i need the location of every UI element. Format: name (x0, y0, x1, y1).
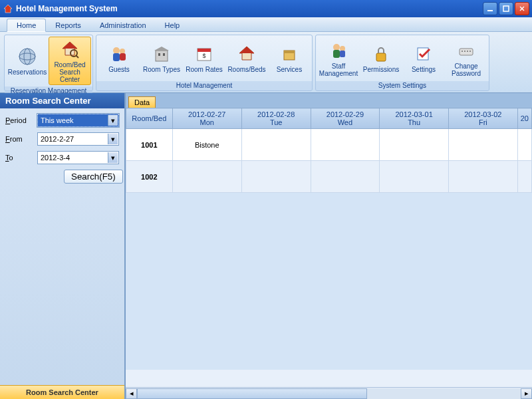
period-dropdown[interactable]: This week ▾ (37, 114, 119, 127)
scroll-thumb[interactable] (137, 388, 367, 399)
menu-tab-help[interactable]: Help (156, 19, 190, 31)
tab-data[interactable]: Data (128, 96, 156, 108)
globe-icon (17, 46, 38, 67)
row-room[interactable]: 1001 (126, 129, 173, 161)
ribbon-rooms-beds[interactable]: Rooms/Beds (225, 37, 268, 80)
from-dropdown[interactable]: 2012-2-27 ▾ (37, 132, 119, 146)
col-day-partial[interactable]: 20 (517, 108, 531, 129)
calendar-rate-icon: $ (194, 43, 215, 65)
chevron-down-icon: ▾ (108, 152, 118, 163)
col-day[interactable]: 2012-02-29Wed (311, 108, 380, 129)
chevron-down-icon: ▾ (108, 134, 118, 144)
ribbon-group-label: Hotel Management (96, 81, 312, 90)
menu-bar: Home Reports Administration Help (0, 17, 532, 32)
ribbon-group-reservation: Reservations Room/Bed Search Center Rese… (4, 35, 93, 91)
grid-cell[interactable] (311, 129, 380, 161)
ribbon-label: Change Password (447, 63, 485, 77)
svg-rect-13 (113, 53, 120, 61)
ribbon-group-label: System Settings (316, 81, 489, 90)
search-button[interactable]: Search(F5) (64, 170, 123, 184)
ribbon-room-search[interactable]: Room/Bed Search Center (49, 37, 91, 85)
house-search-icon (59, 39, 80, 60)
grid-cell[interactable] (241, 161, 311, 193)
col-day[interactable]: 2012-02-27Mon (172, 108, 241, 129)
svg-rect-19 (163, 53, 165, 56)
grid-footer-band (126, 370, 532, 387)
col-day[interactable]: 2012-03-02Fri (448, 108, 517, 129)
grid-cell[interactable] (448, 129, 517, 161)
table-row: 1002 (126, 161, 532, 193)
ribbon-reservations[interactable]: Reservations (6, 37, 49, 85)
ribbon-change-password[interactable]: Change Password (445, 37, 487, 80)
ribbon-group-system: Staff Management Permissions Settings Ch… (315, 35, 489, 91)
ribbon-label: Room Rates (186, 66, 223, 73)
scroll-left-button[interactable]: ◂ (126, 388, 137, 399)
menu-tab-administration[interactable]: Administration (90, 19, 156, 31)
ribbon-label: Staff Management (319, 63, 358, 77)
svg-rect-34 (462, 51, 463, 52)
scroll-track[interactable] (137, 388, 521, 399)
ribbon-label: Reservations (8, 68, 47, 76)
data-grid: Room/Bed 2012-02-27Mon 2012-02-28Tue 201… (126, 108, 532, 239)
col-day[interactable]: 2012-03-01Thu (380, 108, 449, 129)
svg-marker-0 (4, 5, 12, 13)
ribbon-staff[interactable]: Staff Management (317, 37, 360, 80)
ribbon-guests[interactable]: Guests (98, 37, 140, 80)
grid-cell[interactable]: Bistone (172, 129, 241, 161)
to-dropdown[interactable]: 2012-3-4 ▾ (37, 151, 119, 164)
ribbon-settings[interactable]: Settings (402, 37, 445, 80)
col-day[interactable]: 2012-02-28Tue (241, 108, 311, 129)
grid-cell[interactable] (311, 161, 380, 193)
sidebar-footer[interactable]: Room Search Center (0, 385, 124, 399)
sidebar-title: Room Search Center (0, 93, 124, 108)
ribbon-room-types[interactable]: Room Types (140, 37, 183, 80)
app-icon (3, 3, 13, 14)
content-tabs: Data (126, 93, 532, 108)
col-room[interactable]: Room/Bed (126, 108, 173, 129)
svg-rect-35 (464, 51, 466, 52)
ribbon-permissions[interactable]: Permissions (360, 37, 402, 80)
to-value: 2012-3-4 (41, 154, 70, 162)
grid-cell[interactable] (380, 129, 449, 161)
ribbon-label: Room/Bed Search Center (51, 61, 89, 83)
svg-rect-1 (487, 10, 493, 11)
scroll-right-button[interactable]: ▸ (521, 388, 532, 399)
grid-cell[interactable] (241, 129, 311, 161)
grid-cell[interactable] (517, 161, 531, 193)
svg-marker-24 (239, 47, 254, 53)
titlebar: Hotel Management System (0, 0, 532, 17)
svg-marker-17 (154, 47, 169, 51)
svg-marker-9 (63, 42, 77, 49)
svg-rect-26 (284, 51, 295, 53)
box-icon (279, 43, 300, 65)
svg-line-11 (76, 55, 78, 58)
svg-rect-36 (467, 51, 468, 52)
svg-point-29 (340, 46, 345, 51)
staff-icon (328, 40, 349, 61)
ribbon-room-rates[interactable]: $ Room Rates (183, 37, 225, 80)
menu-tab-reports[interactable]: Reports (46, 19, 90, 31)
close-button[interactable] (515, 2, 529, 15)
grid-header-row: Room/Bed 2012-02-27Mon 2012-02-28Tue 201… (126, 108, 532, 129)
svg-rect-30 (340, 51, 345, 57)
ribbon-services[interactable]: Services (268, 37, 311, 80)
svg-rect-37 (469, 51, 471, 52)
grid-cell[interactable] (448, 161, 517, 193)
svg-rect-15 (120, 53, 126, 61)
row-room[interactable]: 1002 (126, 161, 173, 193)
lock-icon (370, 43, 392, 65)
svg-rect-18 (158, 53, 160, 56)
maximize-button[interactable] (499, 2, 513, 15)
table-row: 1001 Bistone (126, 129, 532, 161)
svg-point-14 (120, 49, 125, 54)
ribbon-label: Services (277, 66, 302, 73)
menu-tab-home[interactable]: Home (7, 19, 46, 32)
grid-cell[interactable] (380, 161, 449, 193)
house-icon (236, 43, 257, 65)
grid-cell[interactable] (517, 129, 531, 161)
minimize-button[interactable] (483, 2, 497, 15)
horizontal-scrollbar[interactable]: ◂ ▸ (126, 387, 532, 399)
keyboard-icon (456, 40, 477, 61)
grid-cell[interactable] (172, 161, 241, 193)
period-label: Period (5, 116, 37, 124)
